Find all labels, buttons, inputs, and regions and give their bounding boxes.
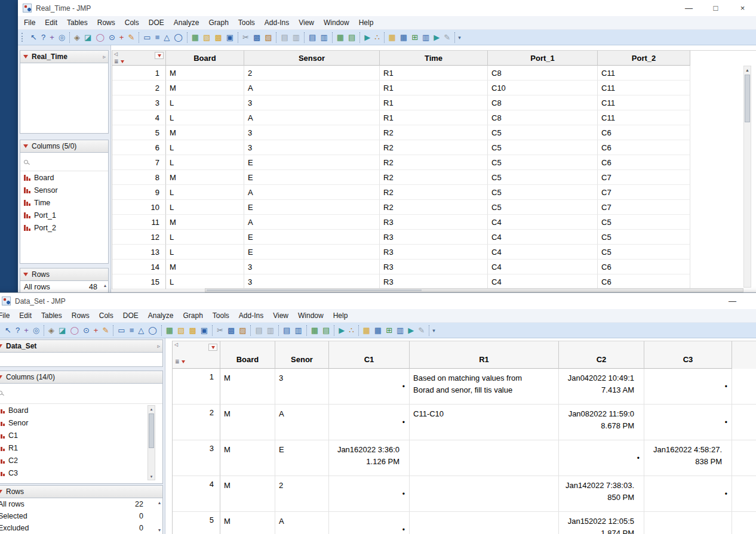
cell-board[interactable]: M xyxy=(220,476,275,512)
paste-icon[interactable]: ▨ xyxy=(265,33,272,41)
maximize-button[interactable]: □ xyxy=(746,293,756,309)
cell-board[interactable]: M xyxy=(220,369,275,405)
menu-item[interactable]: Rows xyxy=(93,17,120,29)
column-header[interactable]: C1 xyxy=(329,341,410,369)
cell-time[interactable]: R1 xyxy=(380,81,488,95)
cell-senor[interactable]: A xyxy=(275,405,329,440)
join-tables-icon[interactable]: ⊞ xyxy=(411,33,418,41)
menu-item[interactable]: Graph xyxy=(204,17,233,29)
cell-sensor[interactable]: E xyxy=(244,230,380,245)
cell-r1[interactable] xyxy=(410,440,559,476)
cell-port1[interactable]: C5 xyxy=(488,185,598,200)
journal-page-icon[interactable]: ▤ xyxy=(255,326,262,334)
cell-time[interactable]: R3 xyxy=(380,230,488,245)
cell-time[interactable]: R3 xyxy=(380,245,488,260)
cell-board[interactable]: M xyxy=(166,81,244,95)
menu-item[interactable]: DOE xyxy=(144,17,169,29)
data-table-icon[interactable]: ▦ xyxy=(337,33,344,41)
list-tool-icon[interactable]: ≡ xyxy=(155,33,160,41)
menu-item[interactable]: Help xyxy=(328,310,353,322)
cell-time[interactable]: R2 xyxy=(380,140,488,155)
paste-icon[interactable]: ▨ xyxy=(239,326,246,334)
cell-port2[interactable]: C11 xyxy=(598,95,690,110)
cell-board[interactable]: L xyxy=(166,274,244,289)
rectangle-tool-icon[interactable]: ▭ xyxy=(118,326,125,334)
row-number[interactable]: 4 xyxy=(173,476,220,512)
columns-viewer-icon[interactable]: ▥ xyxy=(397,326,404,334)
red-triangle-menu-icon[interactable] xyxy=(0,490,2,493)
join-tables-icon[interactable]: ⊞ xyxy=(386,326,392,334)
cell-port2[interactable]: C5 xyxy=(598,245,690,260)
columns-menu-button[interactable] xyxy=(155,52,164,59)
scroll-up-icon[interactable]: ▴ xyxy=(158,500,161,505)
column-list-item[interactable]: C2 xyxy=(0,454,162,467)
oval-tool-icon[interactable]: ◯ xyxy=(174,33,183,41)
cell-port2[interactable]: C11 xyxy=(598,81,690,95)
red-triangle-menu-icon[interactable] xyxy=(0,344,2,348)
panel-expander-icon[interactable]: ▹ xyxy=(103,54,106,60)
rows-panel-header[interactable]: Rows xyxy=(0,486,162,498)
cell-sensor[interactable]: 2 xyxy=(244,66,380,81)
row-number[interactable]: 1 xyxy=(112,66,166,81)
cell-port1[interactable]: C8 xyxy=(488,95,598,110)
cell-port1[interactable]: C4 xyxy=(488,260,598,274)
menu-item[interactable]: View xyxy=(294,17,319,29)
cell-board[interactable]: M xyxy=(220,405,275,440)
selection-tool-icon[interactable]: ◎ xyxy=(59,33,65,41)
cell-port1[interactable]: C4 xyxy=(488,274,598,289)
cell-board[interactable]: M xyxy=(166,170,244,185)
magnifier-tool-icon[interactable]: ⊙ xyxy=(83,326,90,334)
edit-script-icon[interactable]: ✎ xyxy=(444,33,450,41)
add-points-tool-icon[interactable]: + xyxy=(119,33,124,41)
grid-view-icon[interactable]: ▦ xyxy=(374,326,382,334)
cell-port2[interactable]: C7 xyxy=(598,200,690,215)
scroll-up-icon[interactable]: ▴ xyxy=(104,283,106,288)
cell-c1[interactable]: • xyxy=(329,405,410,440)
polygon-tool-icon[interactable]: △ xyxy=(164,33,170,41)
cell-sensor[interactable]: E xyxy=(244,245,380,260)
grabber-tool-icon[interactable]: ◈ xyxy=(74,33,80,41)
scroll-up-icon[interactable]: ▲ xyxy=(744,66,751,74)
row-number[interactable]: 2 xyxy=(173,405,220,440)
list-tool-icon[interactable]: ≡ xyxy=(130,326,134,334)
column-header[interactable]: Board xyxy=(166,50,244,66)
cell-port1[interactable]: C5 xyxy=(488,170,598,185)
menu-item[interactable]: Tools xyxy=(233,17,260,29)
toolbar-overflow-icon[interactable]: ▾ xyxy=(458,35,461,41)
cell-c3[interactable] xyxy=(644,512,732,534)
summary-table-icon[interactable]: ▤ xyxy=(348,33,355,41)
lasso-tool-icon[interactable]: ◯ xyxy=(96,33,105,41)
cell-board[interactable]: L xyxy=(166,200,244,215)
rectangle-tool-icon[interactable]: ▭ xyxy=(143,33,150,41)
menu-item[interactable]: DOE xyxy=(118,310,143,322)
open-icon[interactable]: ▩ xyxy=(189,326,196,334)
cell-c2[interactable]: Jan082022 11:59:0 8.678 PM xyxy=(559,405,644,440)
menu-item[interactable]: Tables xyxy=(36,310,67,322)
cell-c1[interactable]: • xyxy=(329,476,410,512)
tables-menu-icon[interactable]: ▦ xyxy=(389,33,396,41)
summary-table-icon[interactable]: ▤ xyxy=(322,326,330,334)
cell-board[interactable]: L xyxy=(166,245,244,260)
collapse-panel-icon[interactable]: ◁ xyxy=(114,51,118,57)
cell-c3[interactable]: • xyxy=(644,369,732,405)
rows-menu-button[interactable]: ≣ xyxy=(114,58,124,64)
cell-time[interactable]: R2 xyxy=(380,125,488,140)
cell-sensor[interactable]: A xyxy=(244,81,380,95)
cell-r1[interactable]: Based on matching values from Borad and … xyxy=(410,369,559,405)
cell-time[interactable]: R1 xyxy=(380,95,488,110)
column-header[interactable]: Senor xyxy=(275,341,329,369)
annotate-tool-icon[interactable]: ✎ xyxy=(102,326,109,334)
scroll-up-icon[interactable]: ▴ xyxy=(148,406,155,412)
cell-port1[interactable]: C4 xyxy=(488,230,598,245)
columns-panel-header[interactable]: Columns (5/0) xyxy=(20,140,108,153)
cell-time[interactable]: R2 xyxy=(380,155,488,170)
cell-r1[interactable]: C11-C10 xyxy=(410,405,559,440)
oval-tool-icon[interactable]: ◯ xyxy=(148,326,157,334)
menu-item[interactable]: Add-Ins xyxy=(260,17,294,29)
column-list-item[interactable]: Board xyxy=(0,404,162,416)
row-number[interactable]: 2 xyxy=(112,81,166,95)
row-number[interactable]: 13 xyxy=(112,245,166,260)
menu-item[interactable]: Cols xyxy=(94,310,118,322)
row-number[interactable]: 9 xyxy=(112,185,166,200)
horizontal-scrollbar[interactable] xyxy=(205,288,743,292)
